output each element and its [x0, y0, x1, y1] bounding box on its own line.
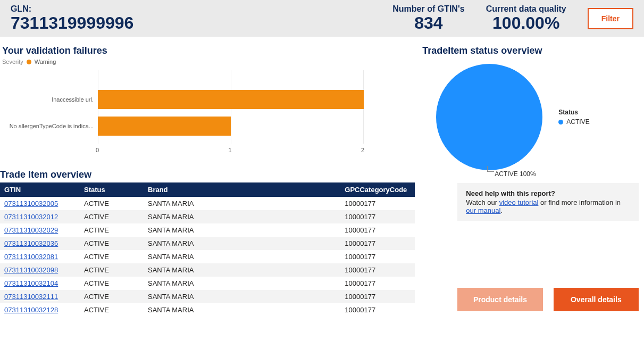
cell-gpc: 10000177	[340, 290, 415, 303]
col-brand[interactable]: Brand	[144, 182, 340, 197]
summary-header: GLN: 7311319999996 Number of GTIN's 834 …	[0, 0, 644, 37]
trade-overview-title: Trade Item overview	[0, 169, 415, 180]
cell-status: ACTIVE	[80, 237, 144, 250]
table-row: 07311310032036ACTIVESANTA MARIA10000177	[0, 237, 415, 250]
cell-brand: SANTA MARIA	[144, 290, 340, 303]
cell-gpc: 10000177	[340, 197, 415, 210]
cell-status: ACTIVE	[80, 277, 144, 290]
gtin-link[interactable]: 07311310032128	[4, 306, 58, 314]
gtin-link[interactable]: 07311310032005	[4, 200, 58, 207]
overall-details-button[interactable]: Overall details	[554, 288, 639, 311]
cell-status: ACTIVE	[80, 263, 144, 277]
table-row: 07311310032029ACTIVESANTA MARIA10000177	[0, 223, 415, 237]
status-overview-title: TradeItem status overview	[422, 45, 639, 56]
failures-bar-chart: Inaccessible url. No allergenTypeCode is…	[2, 70, 415, 155]
product-details-button[interactable]: Product details	[457, 288, 542, 311]
trade-item-table: GTIN Status Brand GPCCategoryCode 073113…	[0, 182, 415, 317]
cell-status: ACTIVE	[80, 250, 144, 263]
gtin-count-label: Number of GTIN's	[392, 4, 464, 14]
pie-legend-item[interactable]: ACTIVE	[566, 118, 589, 126]
gtin-link[interactable]: 07311310032081	[4, 253, 58, 261]
cell-gpc: 10000177	[340, 223, 415, 237]
cell-brand: SANTA MARIA	[144, 223, 340, 237]
col-gpc[interactable]: GPCCategoryCode	[340, 182, 415, 197]
table-row: 07311310032104ACTIVESANTA MARIA10000177	[0, 277, 415, 290]
cell-brand: SANTA MARIA	[144, 237, 340, 250]
gtin-link[interactable]: 07311310032104	[4, 279, 58, 287]
cell-status: ACTIVE	[80, 210, 144, 223]
help-suffix: .	[500, 206, 503, 214]
help-box: Need help with this report? Watch our vi…	[457, 183, 639, 221]
quality-block: Current data quality 100.00%	[486, 4, 566, 32]
table-row: 07311310032111ACTIVESANTA MARIA10000177	[0, 290, 415, 303]
failures-legend: Severity Warning	[2, 59, 415, 65]
bar-label-0: Inaccessible url.	[2, 96, 94, 103]
col-status[interactable]: Status	[80, 182, 144, 197]
cell-brand: SANTA MARIA	[144, 210, 340, 223]
warning-dot-icon	[27, 60, 31, 64]
help-prefix: Watch our	[466, 198, 499, 206]
help-title: Need help with this report?	[466, 189, 630, 197]
active-dot-icon	[558, 120, 563, 124]
gln-label: GLN:	[11, 4, 133, 14]
table-header-row: GTIN Status Brand GPCCategoryCode	[0, 182, 415, 197]
xtick-1: 1	[229, 147, 232, 153]
gtin-link[interactable]: 07311310032111	[4, 293, 58, 301]
help-text: Watch our video tutorial or find more in…	[466, 198, 630, 214]
bar-label-1: No allergenTypeCode is indica...	[2, 123, 94, 129]
cell-brand: SANTA MARIA	[144, 197, 340, 210]
status-pie-chart[interactable]: ACTIVE 100%	[436, 64, 542, 170]
cell-brand: SANTA MARIA	[144, 250, 340, 263]
legend-label: Severity	[2, 59, 23, 65]
cell-status: ACTIVE	[80, 290, 144, 303]
cell-gpc: 10000177	[340, 250, 415, 263]
cell-status: ACTIVE	[80, 197, 144, 210]
quality-value: 100.00%	[486, 14, 566, 32]
cell-gpc: 10000177	[340, 237, 415, 250]
table-row: 07311310032012ACTIVESANTA MARIA10000177	[0, 210, 415, 223]
bar-0[interactable]	[98, 90, 364, 109]
pie-legend: Status ACTIVE	[558, 109, 589, 126]
gtin-link[interactable]: 07311310032036	[4, 239, 58, 247]
pie-legend-title: Status	[558, 109, 589, 116]
cell-brand: SANTA MARIA	[144, 303, 340, 317]
gtin-link[interactable]: 07311310032098	[4, 266, 58, 274]
filter-button[interactable]: Filter	[588, 8, 633, 29]
gtin-count-value: 834	[392, 14, 464, 32]
gtin-link[interactable]: 07311310032012	[4, 213, 58, 221]
failures-title: Your validation failures	[2, 45, 415, 56]
video-tutorial-link[interactable]: video tutorial	[499, 198, 539, 206]
quality-label: Current data quality	[486, 4, 566, 14]
table-row: 07311310032128ACTIVESANTA MARIA10000177	[0, 303, 415, 317]
gln-block: GLN: 7311319999996	[11, 4, 133, 32]
xtick-2: 2	[361, 147, 364, 153]
table-row: 07311310032081ACTIVESANTA MARIA10000177	[0, 250, 415, 263]
cell-gpc: 10000177	[340, 263, 415, 277]
gln-value: 7311319999996	[11, 14, 133, 32]
bar-1[interactable]	[98, 117, 231, 136]
manual-link[interactable]: our manual	[466, 206, 500, 214]
bar-category-labels: Inaccessible url. No allergenTypeCode is…	[2, 70, 98, 155]
legend-series: Warning	[35, 59, 56, 65]
table-row: 07311310032005ACTIVESANTA MARIA10000177	[0, 197, 415, 210]
cell-gpc: 10000177	[340, 210, 415, 223]
gtin-count-block: Number of GTIN's 834	[392, 4, 464, 32]
cell-gpc: 10000177	[340, 277, 415, 290]
table-row: 07311310032098ACTIVESANTA MARIA10000177	[0, 263, 415, 277]
pie-callout: ACTIVE 100%	[495, 170, 536, 178]
help-mid: or find more information in	[538, 198, 621, 206]
gtin-link[interactable]: 07311310032029	[4, 226, 58, 234]
col-gtin[interactable]: GTIN	[0, 182, 80, 197]
cell-gpc: 10000177	[340, 303, 415, 317]
cell-status: ACTIVE	[80, 223, 144, 237]
cell-brand: SANTA MARIA	[144, 277, 340, 290]
xtick-0: 0	[96, 147, 99, 153]
cell-status: ACTIVE	[80, 303, 144, 317]
cell-brand: SANTA MARIA	[144, 263, 340, 277]
